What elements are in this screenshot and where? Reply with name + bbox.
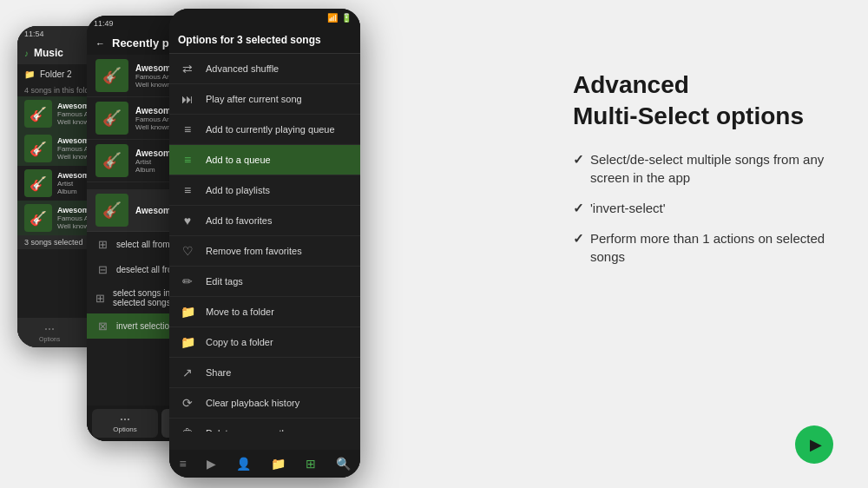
tab-user-icon[interactable]: 👤 — [229, 453, 258, 474]
select-between-icon: ⊞ — [95, 292, 106, 305]
opt-add-playlists[interactable]: ≡ Add to playlists — [169, 175, 360, 206]
song-thumb: 🎸 — [24, 100, 52, 128]
opt-play-after[interactable]: ⏭ Play after current song — [169, 84, 360, 115]
opt-remove-favorites[interactable]: ♡ Remove from favorites — [169, 236, 360, 267]
app-logo — [795, 425, 833, 464]
song-thumb: 🎸 — [95, 144, 128, 177]
tab-select-icon[interactable]: ⊞ — [299, 453, 323, 474]
back-header-title: Music — [34, 47, 63, 59]
play-after-icon: ⏭ — [180, 92, 195, 106]
opt-clear-history[interactable]: ⟳ Clear playback history — [169, 388, 360, 419]
opt-delete[interactable]: 🗑 Delete permanently — [169, 419, 360, 432]
front-phone: 📶 🔋 Options for 3 selected songs ⇄ Advan… — [169, 9, 360, 478]
opt-label: Share — [206, 367, 231, 378]
queue-icon: ≡ — [180, 153, 195, 167]
opt-move-folder[interactable]: 📁 Move to a folder — [169, 297, 360, 327]
feature-item-3: Perform more than 1 actions on selected … — [573, 229, 833, 266]
song-thumb: 🎸 — [24, 169, 52, 197]
opt-edit-tags[interactable]: ✏ Edit tags — [169, 267, 360, 297]
heading-line2: Multi-Select options — [573, 102, 804, 129]
tab-play-icon[interactable]: ▶ — [200, 453, 223, 474]
shuffle-icon: ⇄ — [180, 62, 195, 76]
options-tab-btn[interactable]: ⋯ Options — [92, 409, 158, 438]
options-list: ⇄ Advanced shuffle ⏭ Play after current … — [169, 54, 360, 432]
feature-item-1: Select/de-select multiple songs from any… — [573, 150, 833, 187]
features-list: Select/de-select multiple songs from any… — [573, 150, 833, 266]
tab-label: Options — [39, 336, 60, 342]
opt-share[interactable]: ↗ Share — [169, 358, 360, 388]
front-status-icons: 📶 🔋 — [327, 13, 352, 23]
tab-options[interactable]: ⋯ Options — [34, 321, 65, 344]
back-arrow-icon[interactable]: ← — [95, 38, 105, 49]
opt-label: Remove from favorites — [206, 246, 302, 256]
invert-icon: ⊠ — [95, 320, 109, 333]
opt-label: Edit tags — [206, 276, 243, 287]
deselect-all-icon: ⊟ — [95, 263, 109, 276]
song-thumb: 🎸 — [95, 194, 128, 227]
front-bottom-bar: ≡ ▶ 👤 📁 ⊞ 🔍 — [169, 450, 360, 478]
opt-copy-folder[interactable]: 📁 Copy to a folder — [169, 327, 360, 358]
song-thumb: 🎸 — [95, 102, 128, 135]
song-thumb: 🎸 — [95, 59, 128, 92]
front-wifi-icon: 📶 — [327, 13, 338, 23]
opt-label: Delete permanently — [206, 428, 288, 432]
song-thumb: 🎸 — [24, 204, 52, 232]
options-tab-label: Options — [94, 425, 156, 433]
opt-label: Copy to a folder — [206, 337, 273, 347]
right-panel-heading: Advanced Multi-Select options — [573, 69, 833, 133]
folder-icon: 📁 — [24, 69, 35, 79]
front-statusbar: 📶 🔋 — [169, 9, 360, 27]
options-icon: ⋯ — [44, 323, 55, 335]
delete-icon: 🗑 — [180, 426, 195, 432]
options-tab-icon: ⋯ — [94, 413, 156, 425]
front-battery-icon: 🔋 — [341, 13, 352, 23]
front-screen: 📶 🔋 Options for 3 selected songs ⇄ Advan… — [169, 9, 360, 478]
history-icon: ⟳ — [180, 396, 195, 410]
song-thumb: 🎸 — [24, 135, 52, 162]
opt-advanced-shuffle[interactable]: ⇄ Advanced shuffle — [169, 54, 360, 84]
opt-label: Play after current song — [206, 94, 302, 104]
edit-icon: ✏ — [180, 274, 195, 288]
feature-item-2: 'invert-select' — [573, 199, 833, 217]
tab-search-icon[interactable]: 🔍 — [329, 453, 358, 474]
opt-label: Advanced shuffle — [206, 63, 279, 74]
mid-time: 11:49 — [94, 19, 114, 28]
music-icon: ♪ — [24, 49, 29, 58]
back-time: 11:54 — [24, 30, 44, 38]
select-all-icon: ⊞ — [95, 238, 109, 251]
opt-add-queue-playing[interactable]: ≡ Add to currently playing queue — [169, 115, 360, 145]
move-folder-icon: 📁 — [180, 305, 195, 319]
opt-label: Add to playlists — [206, 185, 270, 195]
heart-outline-icon: ♡ — [180, 244, 195, 258]
playlists-icon: ≡ — [180, 183, 195, 197]
opt-label: Add to favorites — [206, 215, 272, 226]
folder-name: Folder 2 — [40, 69, 72, 79]
opt-add-queue[interactable]: ≡ Add to a queue — [169, 145, 360, 175]
heading-line1: Advanced — [573, 71, 689, 98]
opt-label: Clear playback history — [206, 398, 299, 408]
tab-list-icon[interactable]: ≡ — [172, 453, 193, 474]
tab-folder-icon[interactable]: 📁 — [264, 453, 293, 474]
queue-playing-icon: ≡ — [180, 122, 195, 136]
adv-item-label: invert selection — [116, 321, 174, 331]
options-header: Options for 3 selected songs — [169, 27, 360, 54]
opt-label: Add to a queue — [206, 155, 271, 165]
share-icon: ↗ — [180, 366, 195, 379]
opt-label: Add to currently playing queue — [206, 124, 335, 135]
heart-filled-icon: ♥ — [180, 214, 195, 228]
right-panel: Advanced Multi-Select options Select/de-… — [573, 69, 833, 278]
opt-label: Move to a folder — [206, 307, 274, 317]
opt-add-favorites[interactable]: ♥ Add to favorites — [169, 206, 360, 236]
copy-folder-icon: 📁 — [180, 335, 195, 349]
